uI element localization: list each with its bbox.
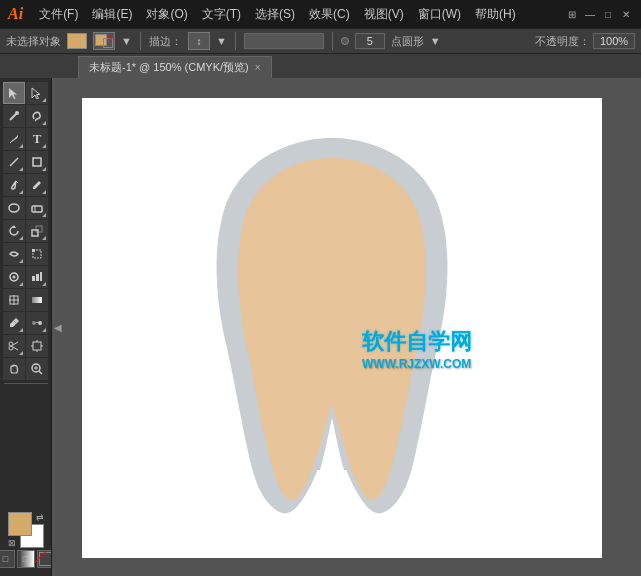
tab-bar: 未标题-1* @ 150% (CMYK/预览) × bbox=[0, 54, 641, 78]
pen-tool[interactable] bbox=[3, 128, 25, 150]
svg-rect-20 bbox=[40, 272, 42, 281]
svg-rect-12 bbox=[32, 230, 38, 236]
stroke-icon[interactable]: ✕ bbox=[93, 32, 115, 50]
mesh-tool[interactable] bbox=[3, 289, 25, 311]
svg-line-4 bbox=[10, 140, 13, 143]
hand-tool[interactable] bbox=[3, 358, 25, 380]
symbol-tool[interactable] bbox=[3, 266, 25, 288]
separator1 bbox=[140, 32, 141, 50]
svg-rect-24 bbox=[32, 297, 42, 303]
maximize-button[interactable]: □ bbox=[601, 7, 615, 21]
options-bar: 未选择对象 ✕ ▼ 描边： ↕ ▼ 点圆形 ▼ 不透明度： bbox=[0, 28, 641, 54]
free-transform-tool[interactable] bbox=[26, 243, 48, 265]
line-tool[interactable] bbox=[3, 151, 25, 173]
menu-file[interactable]: 文件(F) bbox=[33, 4, 84, 25]
svg-rect-15 bbox=[32, 249, 35, 252]
stroke-type-label: 描边： bbox=[149, 34, 182, 49]
svg-line-30 bbox=[13, 342, 18, 345]
direct-select-tool[interactable] bbox=[26, 82, 48, 104]
grid-view-button[interactable]: ⊞ bbox=[565, 7, 579, 21]
close-button[interactable]: ✕ bbox=[619, 7, 633, 21]
svg-point-28 bbox=[9, 342, 13, 346]
color-area: ⇄ ⊠ □ □ bbox=[0, 508, 52, 572]
svg-rect-13 bbox=[36, 226, 42, 232]
svg-point-8 bbox=[9, 204, 19, 212]
object-label: 未选择对象 bbox=[6, 34, 61, 49]
stroke-size-input[interactable] bbox=[355, 33, 385, 49]
brush-pencil-row bbox=[3, 174, 48, 196]
blob-brush-tool[interactable] bbox=[3, 197, 25, 219]
menu-view[interactable]: 视图(V) bbox=[358, 4, 410, 25]
fill-swatch[interactable] bbox=[67, 33, 87, 49]
stroke-arrow: ▼ bbox=[216, 35, 227, 47]
scale-tool[interactable] bbox=[26, 220, 48, 242]
reset-colors-icon[interactable]: ⊠ bbox=[8, 538, 16, 548]
menu-window[interactable]: 窗口(W) bbox=[412, 4, 467, 25]
svg-point-3 bbox=[15, 111, 19, 115]
svg-marker-1 bbox=[32, 88, 40, 99]
scroll-left-arrow[interactable]: ◀ bbox=[52, 320, 64, 335]
svg-line-38 bbox=[39, 371, 42, 374]
pen-type-row: T bbox=[3, 128, 48, 150]
document-tab[interactable]: 未标题-1* @ 150% (CMYK/预览) × bbox=[78, 56, 272, 78]
foreground-color[interactable] bbox=[8, 512, 32, 536]
menu-object[interactable]: 对象(O) bbox=[140, 4, 193, 25]
graph-tool[interactable] bbox=[26, 266, 48, 288]
svg-line-31 bbox=[13, 347, 18, 350]
swap-colors-icon[interactable]: ⇄ bbox=[36, 512, 44, 522]
type-tool[interactable]: T bbox=[26, 128, 48, 150]
menu-select[interactable]: 选择(S) bbox=[249, 4, 301, 25]
svg-rect-9 bbox=[32, 206, 42, 212]
select-tools-row bbox=[3, 82, 48, 104]
window-controls: ⊞ — □ ✕ bbox=[565, 7, 633, 21]
warp-tool[interactable] bbox=[3, 243, 25, 265]
eraser-tool[interactable] bbox=[26, 197, 48, 219]
menu-type[interactable]: 文字(T) bbox=[196, 4, 247, 25]
menu-bar: 文件(F) 编辑(E) 对象(O) 文字(T) 选择(S) 效果(C) 视图(V… bbox=[33, 4, 522, 25]
artboard-tool[interactable] bbox=[26, 335, 48, 357]
svg-point-29 bbox=[9, 346, 13, 350]
separator2 bbox=[235, 32, 236, 50]
style-field[interactable] bbox=[244, 33, 324, 49]
mesh-gradient-row bbox=[3, 289, 48, 311]
opacity-area: 不透明度： bbox=[535, 33, 635, 49]
svg-rect-19 bbox=[36, 274, 39, 281]
select-tool[interactable] bbox=[3, 82, 25, 104]
svg-line-5 bbox=[10, 158, 18, 166]
line-shape-row bbox=[3, 151, 48, 173]
canvas-area: ◀ 软件自学网 WWW.RJZXW.COM bbox=[52, 78, 641, 576]
gradient-mode-btn[interactable]: □ bbox=[17, 550, 35, 568]
magic-wand-tool[interactable] bbox=[3, 105, 25, 127]
tooth-illustration bbox=[182, 128, 482, 528]
rotate-scale-row bbox=[3, 220, 48, 242]
minimize-button[interactable]: — bbox=[583, 7, 597, 21]
menu-edit[interactable]: 编辑(E) bbox=[86, 4, 138, 25]
scissors-tool[interactable] bbox=[3, 335, 25, 357]
tab-close-button[interactable]: × bbox=[255, 62, 261, 73]
menu-help[interactable]: 帮助(H) bbox=[469, 4, 522, 25]
rotate-tool[interactable] bbox=[3, 220, 25, 242]
zoom-tool[interactable] bbox=[26, 358, 48, 380]
none-mode-btn[interactable] bbox=[37, 550, 53, 568]
gradient-tool[interactable] bbox=[26, 289, 48, 311]
svg-rect-32 bbox=[33, 342, 41, 350]
scissors-crop-row bbox=[3, 335, 48, 357]
menu-effect[interactable]: 效果(C) bbox=[303, 4, 356, 25]
svg-rect-18 bbox=[32, 276, 35, 281]
blend-tool[interactable] bbox=[26, 312, 48, 334]
pencil-tool[interactable] bbox=[26, 174, 48, 196]
warp-transform-row bbox=[3, 243, 48, 265]
eyedropper-blend-row bbox=[3, 312, 48, 334]
rectangle-tool[interactable] bbox=[26, 151, 48, 173]
main-layout: T bbox=[0, 78, 641, 576]
lasso-tool[interactable] bbox=[26, 105, 48, 127]
stroke-type-btn[interactable]: ↕ bbox=[188, 32, 210, 50]
eyedropper-tool[interactable] bbox=[3, 312, 25, 334]
paintbrush-tool[interactable] bbox=[3, 174, 25, 196]
tab-title: 未标题-1* @ 150% (CMYK/预览) bbox=[89, 60, 249, 75]
color-mode-btn[interactable]: □ bbox=[0, 550, 15, 568]
color-mode-row: □ □ bbox=[0, 550, 52, 568]
app-logo: Ai bbox=[8, 5, 23, 23]
opacity-input[interactable] bbox=[593, 33, 635, 49]
color-swap-area: ⇄ ⊠ bbox=[8, 512, 44, 548]
